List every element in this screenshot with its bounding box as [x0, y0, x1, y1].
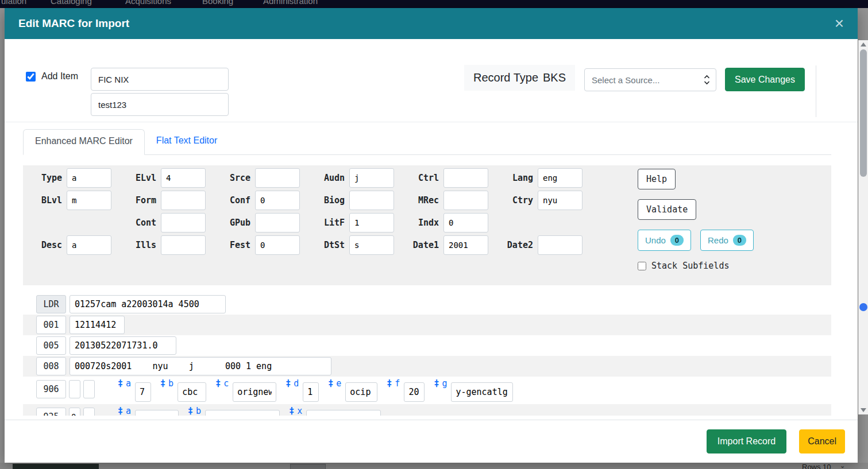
- help-button[interactable]: Help: [638, 169, 676, 189]
- header-divider: [5, 122, 858, 122]
- scrollbar-thumb[interactable]: [860, 49, 867, 177]
- fixed-field-indx-input[interactable]: [443, 213, 488, 232]
- close-icon[interactable]: ×: [835, 15, 844, 32]
- fixed-field-mrec-input[interactable]: [443, 191, 488, 210]
- add-item-label: Add Item: [41, 71, 78, 82]
- add-item-checkbox[interactable]: [26, 72, 36, 82]
- subfield-code[interactable]: d: [294, 378, 299, 389]
- fixed-field-litf-input[interactable]: [349, 213, 394, 232]
- cancel-button[interactable]: Cancel: [799, 429, 845, 454]
- fixed-field-blvl-input[interactable]: [67, 191, 111, 210]
- undo-button[interactable]: Undo 0: [638, 230, 691, 251]
- marc-tag-925[interactable]: 925: [36, 408, 66, 416]
- validate-button[interactable]: Validate: [638, 199, 696, 220]
- subfield-code[interactable]: g: [442, 378, 447, 389]
- subfield-b: ‡b: [160, 378, 206, 402]
- subfield-delimiter-icon: ‡: [286, 378, 291, 389]
- subfield-value-input[interactable]: [135, 410, 179, 416]
- fixed-field-gpub-input[interactable]: [255, 213, 300, 232]
- vertical-scrollbar[interactable]: [858, 40, 868, 414]
- marc-906-ind2-input[interactable]: [83, 380, 95, 398]
- marc-925-ind2-input[interactable]: [83, 408, 95, 416]
- subfield-value-input[interactable]: [404, 382, 425, 402]
- fixed-field-ctrl-label: Ctrl: [412, 173, 439, 183]
- subfield-value-input[interactable]: [135, 382, 151, 402]
- marc-005-input[interactable]: [70, 336, 176, 355]
- subfield-value-input[interactable]: [306, 410, 381, 416]
- add-item-checkbox-wrap: Add Item: [26, 71, 78, 82]
- subfield-code[interactable]: c: [223, 378, 229, 389]
- stack-subfields-label: Stack Subfields: [651, 261, 729, 271]
- fixed-field-desc-input[interactable]: [67, 235, 111, 255]
- fixed-field-type-label: Type: [36, 173, 62, 183]
- fixed-field-lang-input[interactable]: [538, 168, 582, 188]
- fixed-field-conf: Conf: [224, 191, 300, 210]
- marc-925-ind1-input[interactable]: [69, 408, 80, 416]
- fixed-field-ctry-input[interactable]: [538, 191, 582, 210]
- call-number-input[interactable]: [91, 68, 229, 91]
- marc-ldr-input[interactable]: [70, 295, 226, 313]
- fixed-field-audn: Audn: [318, 168, 394, 188]
- import-record-button[interactable]: Import Record: [707, 429, 786, 454]
- stack-subfields-checkbox[interactable]: [638, 262, 646, 270]
- subfield-code[interactable]: a: [126, 406, 131, 416]
- marc-008-input[interactable]: [70, 357, 331, 375]
- marc-row-005: 005: [23, 335, 831, 356]
- fixed-field-type-input[interactable]: [67, 168, 111, 188]
- fixed-field-ills-label: Ills: [130, 240, 156, 250]
- fixed-field-biog: Biog: [318, 191, 394, 210]
- vertical-divider: [816, 65, 816, 117]
- fixed-field-dtst-input[interactable]: [349, 235, 394, 255]
- subfield-value-input[interactable]: [205, 410, 280, 416]
- fixed-field-date1-input[interactable]: [443, 235, 488, 255]
- save-changes-button[interactable]: Save Changes: [725, 68, 805, 91]
- modal-title: Edit MARC for Import: [18, 17, 129, 30]
- subfield-delimiter-icon: ‡: [160, 378, 165, 389]
- redo-button[interactable]: Redo 0: [700, 230, 754, 251]
- fixed-field-conf-input[interactable]: [255, 191, 300, 210]
- marc-tag-005[interactable]: 005: [36, 336, 66, 355]
- marc-906-ind1-input[interactable]: [69, 380, 80, 398]
- fixed-field-conf-label: Conf: [224, 195, 250, 206]
- fixed-field-elvl-input[interactable]: [161, 168, 206, 188]
- fixed-field-date2-input[interactable]: [538, 235, 582, 255]
- fixed-field-elvl-label: ELvl: [130, 173, 156, 183]
- fixed-field-cont-label: Cont: [130, 218, 156, 228]
- fixed-field-srce-input[interactable]: [255, 168, 300, 188]
- tab-flat-text-editor[interactable]: Flat Text Editor: [145, 129, 229, 154]
- marc-tag-001[interactable]: 001: [36, 316, 66, 334]
- fixed-field-ills-input[interactable]: [161, 235, 206, 255]
- tab-enhanced-marc-editor[interactable]: Enhanced MARC Editor: [23, 129, 145, 155]
- scroll-up-icon[interactable]: [861, 42, 866, 46]
- fixed-field-audn-input[interactable]: [349, 168, 394, 188]
- subfield-value-input[interactable]: [303, 382, 319, 402]
- spinner-arrows-icon[interactable]: [704, 74, 710, 86]
- barcode-input[interactable]: [91, 93, 229, 116]
- fixed-field-biog-input[interactable]: [349, 191, 394, 210]
- subfield-code[interactable]: e: [336, 378, 341, 389]
- fixed-field-fest: Fest: [224, 235, 300, 255]
- fixed-field-ills: Ills: [130, 235, 206, 255]
- subfield-code[interactable]: f: [395, 378, 400, 389]
- marc-rows: LDR 001 005 008 906 ‡a ‡b ‡c: [23, 294, 831, 416]
- fixed-field-form-input[interactable]: [161, 191, 206, 210]
- subfield-value-input[interactable]: [451, 382, 513, 402]
- subfield-code[interactable]: b: [196, 406, 201, 416]
- marc-tag-008[interactable]: 008: [36, 357, 66, 375]
- scroll-down-icon[interactable]: [861, 408, 866, 412]
- subfield-code[interactable]: a: [126, 378, 131, 389]
- source-select[interactable]: Select a Source...: [584, 68, 716, 91]
- subfield-code[interactable]: b: [168, 378, 173, 389]
- fixed-field-ctrl-input[interactable]: [443, 168, 488, 188]
- marc-tag-906[interactable]: 906: [36, 380, 66, 398]
- marc-001-input[interactable]: [70, 316, 125, 334]
- subfield-value-input[interactable]: [178, 382, 206, 402]
- subfield-value-input[interactable]: [233, 382, 276, 402]
- fixed-field-fest-input[interactable]: [255, 235, 300, 255]
- subfield-value-input[interactable]: [345, 382, 377, 402]
- subfield-code[interactable]: x: [297, 406, 302, 416]
- subfield-delimiter-icon: ‡: [434, 378, 439, 389]
- marc-tag-ldr[interactable]: LDR: [36, 295, 66, 313]
- fixed-field-cont-input[interactable]: [161, 213, 206, 232]
- undo-label: Undo: [645, 235, 666, 245]
